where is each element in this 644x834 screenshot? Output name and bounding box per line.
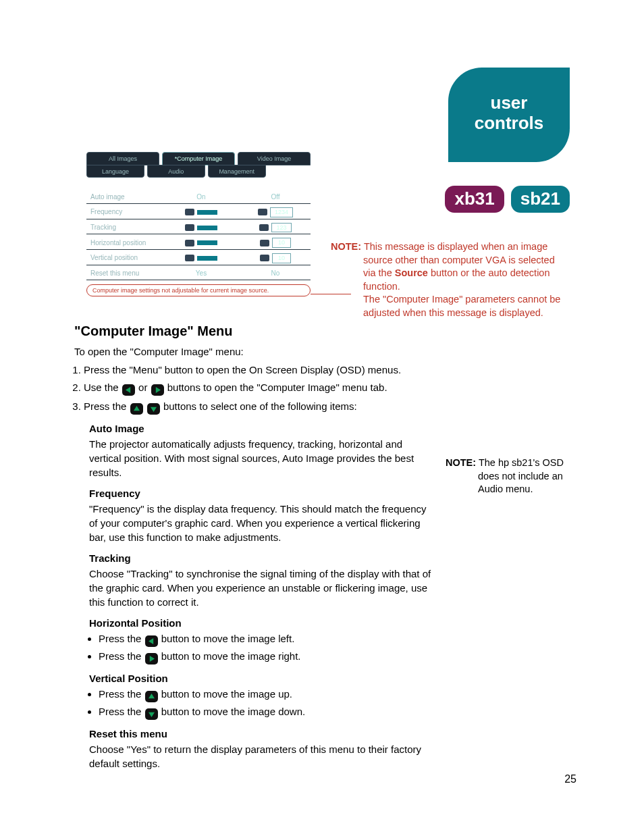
osd-label: Frequency [86,207,162,217]
left-arrow-icon [122,384,135,396]
osd-screenshot: All Images *Computer Image Video Image L… [86,152,311,296]
osd-option-off: Off [271,192,279,202]
step-3: Press the buttons to select one of the f… [84,399,432,415]
body-text: button to move the image right. [161,650,301,662]
osd-tab-language: Language [86,165,144,178]
subhead-frequency: Frequency [89,486,432,500]
note-label: NOTE: [446,457,476,468]
osd-label: Horizontal position [86,238,162,248]
model-badges: xb31 sb21 [445,186,570,213]
side-note: NOTE: The hp sb21's OSD does not include… [446,457,608,496]
osd-option-no: No [271,269,280,278]
osd-value: 123 [271,223,291,233]
minus-icon [185,209,194,215]
section-tab-line1: user [491,93,528,113]
body-text: Choose "Tracking" to synchronise the sig… [89,567,432,609]
step-1: Press the "Menu" button to open the On S… [84,363,432,377]
badge-sb21: sb21 [511,186,570,213]
osd-tab-management: Management [208,165,266,178]
svg-marker-5 [149,656,154,662]
left-icon [185,240,194,246]
body-text: Choose "Yes" to return the display param… [89,742,432,771]
osd-option-yes: Yes [196,269,207,278]
step-2: Use the or buttons to open the "Computer… [84,380,432,396]
osd-warning-bubble: Computer image settings not adjustable f… [86,284,311,297]
body-text: Press the [99,650,144,662]
right-icon [260,240,269,246]
body-text: Press the [99,633,144,644]
right-arrow-icon [145,653,158,664]
body-text: Press the [99,706,144,717]
down-arrow-icon [147,403,160,415]
step-text: or [138,382,151,393]
svg-marker-3 [151,407,157,412]
source-button-ref: Source [395,267,428,278]
list-item: Press the button to move the image up. [99,687,432,702]
subhead-horizontal-position: Horizontal Position [89,616,432,630]
osd-row-vpos: Vertical position 10 [86,252,311,265]
note-text: Audio menu. [446,483,608,496]
osd-tab-video-image: Video Image [238,152,311,165]
note-text: does not include an [446,470,608,484]
osd-label: Tracking [86,223,162,232]
body-text: button to move the image up. [161,688,292,700]
svg-marker-7 [149,712,155,717]
plus-icon [258,209,267,215]
main-content: "Computer Image" Menu To open the "Compu… [74,321,432,772]
note-text: This message is displayed when an image [361,241,547,252]
subhead-vertical-position: Vertical Position [89,671,432,685]
note-text: The hp sb21's OSD [476,457,564,468]
osd-row-frequency: Frequency 1234 [86,206,311,219]
body-text: Press the [99,688,144,700]
osd-tab-audio: Audio [147,165,205,178]
step-text: Press the [84,400,130,412]
up-arrow-icon [145,691,158,702]
svg-marker-4 [149,638,153,644]
note-text: source other than computer VGA is select… [331,254,574,267]
page-title: "Computer Image" Menu [74,321,432,340]
body-text: "Frequency" is the display data frequenc… [89,502,432,544]
note-text: The "Computer Image" parameters cannot b… [331,293,574,307]
section-tab: user controls [448,68,570,162]
svg-marker-2 [134,406,140,411]
osd-label: Auto image [86,192,162,202]
svg-marker-0 [126,387,130,393]
badge-xb31: xb31 [445,186,504,213]
note-text: function. [331,280,574,294]
up-icon [260,255,269,261]
osd-tab-computer-image: *Computer Image [162,152,235,165]
subhead-reset: Reset this menu [89,727,432,741]
osd-option-on: On [196,192,205,202]
left-arrow-icon [145,635,158,647]
osd-row-auto-image: Auto image On Off [86,191,311,204]
right-arrow-icon [151,384,164,396]
svg-marker-6 [149,694,155,698]
osd-row-reset: Reset this menu Yes No [86,267,311,280]
intro-text: To open the "Computer Image" menu: [74,344,432,359]
step-text: buttons to select one of the following i… [163,400,357,412]
subhead-tracking: Tracking [89,551,432,565]
osd-value: 10 [272,238,291,248]
step-text: buttons to open the "Computer Image" men… [167,382,387,393]
down-icon [185,255,194,261]
osd-label: Vertical position [86,253,162,263]
section-tab-line2: controls [475,113,544,133]
osd-row-hpos: Horizontal position 10 [86,236,311,250]
subhead-auto-image: Auto Image [89,421,432,436]
osd-label: Reset this menu [86,269,162,278]
svg-marker-1 [155,387,160,393]
plus-icon [259,224,269,231]
list-item: Press the button to move the image down. [99,704,432,720]
body-text: The projector automatically adjusts freq… [89,437,432,479]
osd-value: 10 [272,253,291,263]
minus-icon [185,224,194,231]
osd-tab-all-images: All Images [86,152,159,165]
list-item: Press the button to move the image right… [99,649,432,664]
note-callout: NOTE: This message is displayed when an … [331,240,574,319]
note-text: adjusted when this message is displayed. [331,307,574,320]
osd-value: 1234 [270,207,293,217]
down-arrow-icon [145,708,158,720]
up-arrow-icon [130,403,143,415]
page-number: 25 [564,772,576,787]
body-text: button to move the image down. [161,706,305,717]
